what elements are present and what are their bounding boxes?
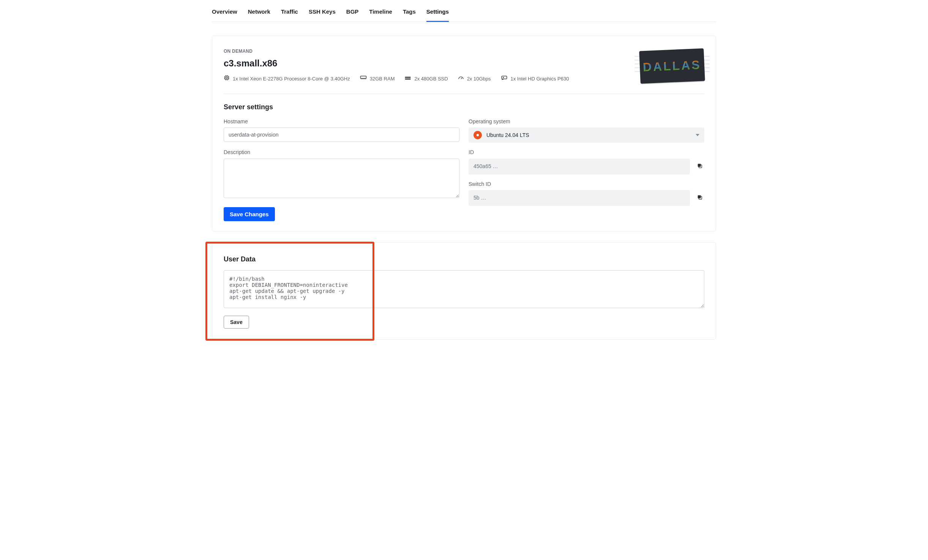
- region-artwork-text: DALLAS: [642, 56, 702, 76]
- copy-icon: [697, 196, 703, 201]
- switch-id-label: Switch ID: [469, 181, 704, 188]
- memory-icon: [360, 75, 367, 82]
- tab-tags[interactable]: Tags: [403, 3, 416, 22]
- tab-bgp[interactable]: BGP: [346, 3, 359, 22]
- hostname-label: Hostname: [224, 118, 459, 126]
- svg-rect-8: [698, 164, 701, 167]
- copy-icon: [697, 164, 703, 170]
- spec-disk-text: 2x 480GB SSD: [414, 76, 448, 82]
- server-settings-card: ON DEMAND c3.small.x86 1x Intel Xeon E-2…: [212, 36, 716, 231]
- server-header-text: ON DEMAND c3.small.x86 1x Intel Xeon E-2…: [224, 48, 569, 90]
- copy-switch-id-button[interactable]: [695, 193, 704, 203]
- os-field: Operating system Ubuntu 24.04 LTS: [469, 118, 704, 143]
- spec-cpu: 1x Intel Xeon E-2278G Processor 8-Core @…: [224, 75, 350, 83]
- divider: [224, 94, 704, 94]
- copy-id-button[interactable]: [695, 161, 704, 171]
- right-column: Operating system Ubuntu 24.04 LTS ID 450…: [469, 118, 704, 221]
- user-data-card: User Data Save: [212, 242, 716, 340]
- region-artwork: DALLAS: [640, 50, 704, 82]
- spec-nic-text: 2x 10Gbps: [467, 76, 491, 82]
- plan-title: c3.small.x86: [224, 57, 569, 70]
- id-label: ID: [469, 149, 704, 156]
- save-changes-button[interactable]: Save Changes: [224, 207, 275, 221]
- user-data-textarea[interactable]: [224, 270, 704, 308]
- id-readonly: 450a65 …: [469, 159, 690, 175]
- tab-timeline[interactable]: Timeline: [369, 3, 392, 22]
- svg-rect-1: [226, 77, 227, 79]
- spec-ram-text: 32GB RAM: [370, 76, 395, 82]
- hostname-field: Hostname: [224, 118, 459, 142]
- cpu-icon: [224, 75, 230, 83]
- gpu-icon: [501, 75, 508, 82]
- tab-network[interactable]: Network: [248, 3, 270, 22]
- description-field: Description: [224, 149, 459, 198]
- svg-rect-0: [225, 76, 228, 80]
- os-label: Operating system: [469, 118, 704, 126]
- save-user-data-button[interactable]: Save: [224, 316, 249, 329]
- spec-gpu: 1x Intel HD Graphics P630: [501, 75, 569, 82]
- gauge-icon: [458, 75, 464, 82]
- svg-point-6: [503, 77, 504, 78]
- tab-bar: OverviewNetworkTrafficSSH KeysBGPTimelin…: [212, 0, 716, 22]
- section-title-user-data: User Data: [224, 255, 704, 264]
- switch-id-field: Switch ID 5b …: [469, 181, 704, 206]
- hostname-input[interactable]: [224, 127, 459, 142]
- plan-eyebrow: ON DEMAND: [224, 48, 569, 55]
- os-select[interactable]: Ubuntu 24.04 LTS: [469, 127, 704, 143]
- ubuntu-icon: [473, 131, 482, 139]
- os-selected-text: Ubuntu 24.04 LTS: [486, 132, 529, 139]
- spec-disk: 2x 480GB SSD: [404, 76, 448, 82]
- description-label: Description: [224, 149, 459, 156]
- spec-cpu-text: 1x Intel Xeon E-2278G Processor 8-Core @…: [233, 76, 350, 82]
- disk-icon: [404, 76, 411, 82]
- spec-row: 1x Intel Xeon E-2278G Processor 8-Core @…: [224, 75, 569, 83]
- tab-overview[interactable]: Overview: [212, 3, 237, 22]
- description-textarea[interactable]: [224, 159, 459, 198]
- tab-traffic[interactable]: Traffic: [281, 3, 298, 22]
- id-field: ID 450a65 …: [469, 149, 704, 174]
- spec-gpu-text: 1x Intel HD Graphics P630: [511, 76, 569, 82]
- svg-rect-4: [405, 79, 411, 80]
- spec-nic: 2x 10Gbps: [458, 75, 491, 82]
- switch-id-readonly: 5b …: [469, 190, 690, 206]
- chevron-down-icon: [696, 134, 699, 136]
- svg-rect-5: [502, 76, 507, 79]
- section-title-server-settings: Server settings: [224, 102, 704, 112]
- svg-rect-10: [698, 195, 701, 198]
- tab-settings[interactable]: Settings: [426, 3, 449, 22]
- spec-ram: 32GB RAM: [360, 75, 395, 82]
- left-column: Hostname Description Save Changes: [224, 118, 459, 221]
- svg-rect-2: [360, 76, 366, 79]
- tab-ssh-keys[interactable]: SSH Keys: [309, 3, 336, 22]
- svg-rect-3: [405, 77, 411, 78]
